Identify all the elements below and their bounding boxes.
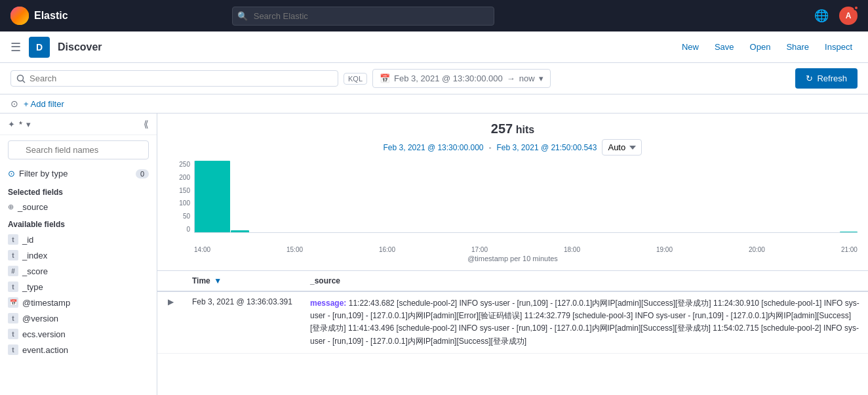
results-area[interactable]: Time ▼ _source ▶ Feb 3, 20 — [157, 271, 868, 395]
expand-cell[interactable]: ▶ — [157, 291, 184, 353]
main-layout: ✦ * ▾ ⟪ 🔍 ⊙ Filter by type 0 Selected fi… — [0, 114, 868, 395]
kql-badge[interactable]: KQL — [344, 73, 367, 85]
bar-chart-container: 250 200 150 100 50 0 — [168, 161, 858, 246]
expand-button[interactable]: ▶ — [165, 297, 176, 306]
filter-icon[interactable]: ⊙ — [10, 98, 18, 109]
user-avatar[interactable]: A — [839, 7, 858, 25]
bar-fill-tiny — [840, 232, 858, 232]
sidebar-collapse-icon[interactable]: ⟪ — [144, 119, 149, 129]
field-type[interactable]: t _type — [0, 279, 157, 295]
expand-col-header — [157, 271, 184, 291]
share-button[interactable]: Share — [781, 39, 814, 54]
sort-arrow-icon: ▼ — [214, 276, 222, 285]
x-label-18: 18:00 — [564, 246, 580, 253]
table-header-row: Time ▼ _source — [157, 271, 868, 291]
add-filter-button[interactable]: + Add filter — [24, 99, 64, 109]
y-label-100: 100 — [179, 199, 190, 207]
bar-fill-small — [231, 230, 248, 232]
selected-field-source[interactable]: ⊕ _source — [0, 199, 157, 215]
x-axis: 14:00 15:00 16:00 17:00 18:00 19:00 20:0… — [168, 246, 858, 253]
field-score[interactable]: # _score — [0, 263, 157, 279]
y-label-50: 50 — [183, 213, 190, 220]
svg-point-0 — [10, 7, 29, 25]
date-range-from: Feb 3, 2021 @ 13:30:00.000 — [394, 73, 503, 83]
source-value: 11:22:43.682 [schedule-pool-2] INFO sys-… — [310, 299, 859, 346]
field-timestamp[interactable]: 📅 @timestamp — [0, 295, 157, 310]
x-label-14: 14:00 — [194, 246, 210, 253]
field-type-badge-t: t — [8, 250, 18, 260]
sort-chevron-icon[interactable]: ▾ — [26, 119, 31, 129]
open-button[interactable]: Open — [745, 39, 776, 54]
query-input[interactable] — [30, 73, 332, 83]
sort-label: * — [19, 119, 22, 129]
svg-point-1 — [18, 75, 24, 81]
refresh-button[interactable]: ↻ Refresh — [795, 68, 858, 89]
filter-type-icon: ⊙ — [8, 169, 15, 178]
chart-date-from: Feb 3, 2021 @ 13:30:00.000 — [384, 143, 484, 152]
time-cell: Feb 3, 2021 @ 13:36:03.391 — [184, 291, 302, 353]
bar-chart-bars — [194, 161, 858, 233]
content-area: 257 hits Feb 3, 2021 @ 13:30:00.000 - Fe… — [157, 114, 868, 395]
x-label-21: 21:00 — [841, 246, 858, 253]
chart-header: 257 hits — [168, 121, 858, 136]
hits-count: 257 hits — [491, 124, 534, 135]
elastic-logo[interactable]: Elastic — [10, 7, 68, 25]
y-label-250: 250 — [179, 161, 190, 168]
field-index[interactable]: t _index — [0, 247, 157, 263]
source-col-header: _source — [302, 271, 868, 291]
app-bar: ☰ D Discover New Save Open Share Inspect — [0, 31, 868, 63]
new-button[interactable]: New — [677, 39, 704, 54]
global-search[interactable]: 🔍 — [232, 7, 494, 26]
selected-fields-title: Selected fields — [0, 182, 157, 199]
save-button[interactable]: Save — [709, 39, 740, 54]
y-label-0: 0 — [186, 226, 190, 233]
global-search-input[interactable] — [232, 7, 494, 26]
elastic-title: Elastic — [34, 10, 68, 22]
field-id[interactable]: t _id — [0, 232, 157, 247]
menu-icon[interactable]: ☰ — [10, 40, 21, 54]
source-key-message: message: — [310, 299, 346, 308]
field-version[interactable]: t @version — [0, 310, 157, 326]
date-range-to: now — [519, 73, 535, 83]
field-type-badge-hash: # — [8, 266, 18, 276]
sidebar: ✦ * ▾ ⟪ 🔍 ⊙ Filter by type 0 Selected fi… — [0, 114, 157, 395]
field-name-event-action: event.action — [22, 345, 68, 355]
x-label-15: 15:00 — [286, 246, 303, 253]
top-navigation: Elastic 🔍 🌐 A — [0, 0, 868, 31]
star-icon: ✦ — [8, 119, 15, 129]
source-cell: message: 11:22:43.682 [schedule-pool-2] … — [302, 291, 868, 353]
results-table: Time ▼ _source ▶ Feb 3, 20 — [157, 271, 868, 354]
bar-col-2 — [231, 161, 248, 232]
chart-area: 257 hits Feb 3, 2021 @ 13:30:00.000 - Fe… — [157, 114, 868, 271]
globe-icon[interactable]: 🌐 — [814, 9, 829, 23]
y-axis: 250 200 150 100 50 0 — [168, 161, 193, 233]
query-input-wrap[interactable] — [10, 70, 338, 87]
query-search-icon — [16, 74, 26, 83]
chart-subtitle: Feb 3, 2021 @ 13:30:00.000 - Feb 3, 2021… — [168, 139, 858, 156]
elastic-logo-icon — [10, 7, 29, 25]
svg-line-2 — [23, 80, 26, 83]
filter-bar: ⊙ + Add filter — [0, 94, 868, 114]
time-value: Feb 3, 2021 @ 13:36:03.391 — [192, 297, 292, 306]
time-col-header[interactable]: Time ▼ — [184, 271, 302, 291]
available-fields-title: Available fields — [0, 215, 157, 232]
nav-right-icons: 🌐 A — [814, 7, 858, 25]
calendar-icon: 📅 — [380, 73, 390, 83]
field-name-score: _score — [22, 266, 48, 276]
app-title: Discover — [58, 41, 102, 53]
field-name-timestamp: @timestamp — [22, 298, 70, 308]
field-name-version: @version — [22, 314, 58, 323]
inspect-button[interactable]: Inspect — [819, 39, 858, 54]
field-type-badge-t: t — [8, 281, 18, 292]
query-bar: KQL 📅 Feb 3, 2021 @ 13:30:00.000 → now ▾… — [0, 63, 868, 94]
bar-col-1 — [195, 161, 230, 232]
x-label-16: 16:00 — [379, 246, 395, 253]
source-icon: ⊕ — [8, 203, 14, 211]
field-ecs-version[interactable]: t ecs.version — [0, 326, 157, 342]
date-picker[interactable]: 📅 Feb 3, 2021 @ 13:30:00.000 → now ▾ — [372, 69, 551, 88]
filter-by-type-row[interactable]: ⊙ Filter by type 0 — [0, 165, 157, 182]
field-event-action[interactable]: t event.action — [0, 342, 157, 358]
field-search-input[interactable] — [8, 140, 149, 159]
interval-select[interactable]: Auto — [602, 139, 642, 156]
app-icon: D — [29, 37, 50, 58]
